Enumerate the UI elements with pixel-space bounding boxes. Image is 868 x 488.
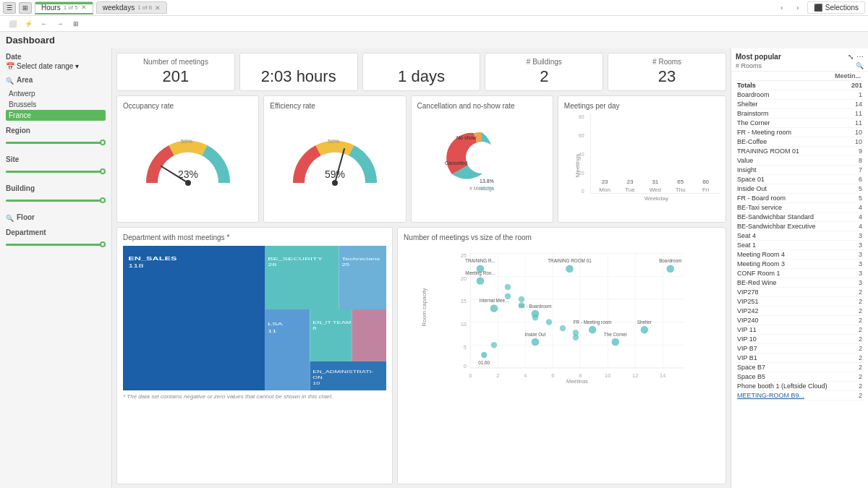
popular-search-icon[interactable]: 🔍 [856,62,864,69]
kpi-meetings-label: Number of meetings [124,58,227,66]
area-item-brussels[interactable]: Brussels [6,99,106,110]
popular-col-name [736,72,833,81]
scatter-y-label: Room capacity [421,288,427,327]
popular-room-mr3[interactable]: Meeting Room 33 [736,260,864,269]
popular-room-vip251[interactable]: VIP2512 [736,297,864,307]
svg-rect-18 [123,246,265,390]
kpi-meetings-value: 201 [124,67,227,86]
bar-title: Meetings per day [564,102,720,110]
popular-room-vip242[interactable]: VIP2422 [736,307,864,316]
svg-text:TRAINING R...: TRAINING R... [465,259,495,264]
popular-room-spaceb5[interactable]: Space B52 [736,372,864,382]
sidebar-area-section: 🔍 Area Antwerp Brussels France [6,76,106,121]
popular-room-be-coffee[interactable]: BE-Coffee10 [736,137,864,147]
popular-room-meeting-b9[interactable]: MEETING-ROOM B9...2 [736,391,864,401]
efficiency-card: Efficiency rate 0% 50% 100% 59% [263,95,406,223]
nav-back-btn[interactable]: ‹ [775,2,788,14]
svg-point-91 [546,320,552,325]
popular-menu-icon[interactable]: ⋯ [856,53,864,61]
bar-tue-label: Tue [625,187,635,193]
popular-room-be-redwine[interactable]: BE-Red Wine3 [736,278,864,288]
popular-room-insideout[interactable]: Inside Out5 [736,184,864,194]
popular-room-be-sandw-exec[interactable]: BE-Sandwichbar Executive4 [736,222,864,231]
toolbar-btn-forward[interactable]: → [54,18,67,30]
efficiency-title: Efficiency rate [270,102,399,110]
toolbar: ⬜ ⚡ ← → ⊞ [0,16,868,32]
svg-point-89 [519,303,524,309]
svg-text:10: 10 [605,372,610,379]
sidebar-floor-label: Floor [17,213,35,221]
svg-text:10: 10 [312,382,320,386]
popular-room-value[interactable]: Value8 [736,156,864,166]
popular-room-space01[interactable]: Space 016 [736,175,864,184]
popular-room-seat1[interactable]: Seat 13 [736,241,864,250]
svg-text:Meeting Roo...: Meeting Roo... [465,271,495,277]
tab-weekdays-close[interactable]: ✕ [155,4,161,12]
popular-room-brainstorm[interactable]: Brainstorm11 [736,109,864,119]
nav-forward-btn[interactable]: › [791,2,804,14]
popular-room-vipb7[interactable]: VIP B72 [736,344,864,354]
svg-text:100%: 100% [364,185,378,187]
sidebar-date-label: Date [6,53,106,61]
building-slider[interactable] [6,194,106,207]
svg-point-70 [490,305,498,313]
svg-point-90 [532,314,538,320]
bar-card: Meetings per day Meetings 80 60 40 20 0 [558,95,726,223]
svg-text:50%: 50% [328,138,339,145]
popular-room-be-taxi[interactable]: BE-Taxi service4 [736,203,864,213]
sidebar-dept-label: Department [6,228,106,236]
svg-text:BE_SECURITY: BE_SECURITY [268,257,323,262]
tab-hours-sub: 1 of 5 [64,4,78,11]
search-icon: 🔍 [6,77,14,85]
svg-point-12 [466,142,498,174]
popular-room-be-sandw-std[interactable]: BE-Sandwichbar Standard4 [736,213,864,222]
bar-wed-val: 31 [652,179,658,185]
toolbar-btn-2[interactable]: ⚡ [22,18,35,30]
tab-hours-close[interactable]: ✕ [81,4,87,11]
sidebar-region-section: Region [6,127,106,150]
toolbar-btn-grid[interactable]: ⊞ [69,18,82,30]
popular-room-seat4[interactable]: Seat 43 [736,231,864,241]
popular-totals-value: 201 [833,81,864,90]
area-item-antwerp[interactable]: Antwerp [6,88,106,99]
popular-room-phone-booth[interactable]: Phone booth 1 (Leftside Cloud)2 [736,382,864,391]
popular-room-vipb1[interactable]: VIP B12 [736,354,864,363]
popular-room-fr-meeting[interactable]: FR - Meeting room10 [736,128,864,137]
sidebar-date-btn[interactable]: 📅 Select date range ▾ [6,62,106,70]
dept-slider[interactable] [6,238,106,252]
popular-room-mr4[interactable]: Meeting Room 43 [736,250,864,260]
svg-text:8: 8 [312,327,316,331]
toolbar-btn-1[interactable]: ⬜ [6,18,19,30]
svg-point-88 [519,296,524,302]
selections-btn[interactable]: ⬛ Selections [807,1,865,14]
svg-point-80 [612,338,620,346]
popular-room-vip278[interactable]: VIP2782 [736,288,864,297]
svg-point-78 [532,338,540,346]
grid-btn[interactable]: ⊞ [19,2,32,14]
popular-room-shelter[interactable]: Shelter14 [736,100,864,109]
popular-room-training01[interactable]: TRAINING ROOM 019 [736,147,864,156]
popular-expand-icon[interactable]: ⤡ [848,53,854,61]
svg-text:Boardroom: Boardroom [659,259,681,264]
popular-room-corner[interactable]: The Corner11 [736,119,864,128]
popular-room-conf1[interactable]: CONF Room 13 [736,269,864,278]
app-menu-btn[interactable]: ☰ [3,2,16,14]
popular-room-vip11[interactable]: VIP 112 [736,325,864,335]
region-slider[interactable] [6,136,106,150]
popular-room-fr-board[interactable]: FR - Board room5 [736,194,864,203]
scatter-svg: 25 20 15 10 5 0 0 2 4 6 8 10 12 [420,246,720,383]
toolbar-btn-back[interactable]: ← [38,18,51,30]
site-slider[interactable] [6,165,106,179]
popular-room-vip10[interactable]: VIP 102 [736,335,864,344]
popular-room-insight[interactable]: Insight7 [736,166,864,175]
sidebar-region-label: Region [6,127,106,134]
efficiency-gauge: 0% 50% 100% 59% [270,114,399,201]
popular-room-vip240[interactable]: VIP2402 [736,316,864,325]
page-title: Dashboard [0,32,868,48]
area-item-france[interactable]: France [6,110,106,121]
tab-hours[interactable]: Hours 1 of 5 ✕ [35,1,93,14]
popular-room-spaceb7[interactable]: Space B72 [736,363,864,372]
kpi-days-value: 1 days [370,67,473,86]
tab-weekdays[interactable]: weekdays 1 of 6 ✕ [96,1,167,14]
popular-room-boardroom[interactable]: Boardroom1 [736,90,864,100]
